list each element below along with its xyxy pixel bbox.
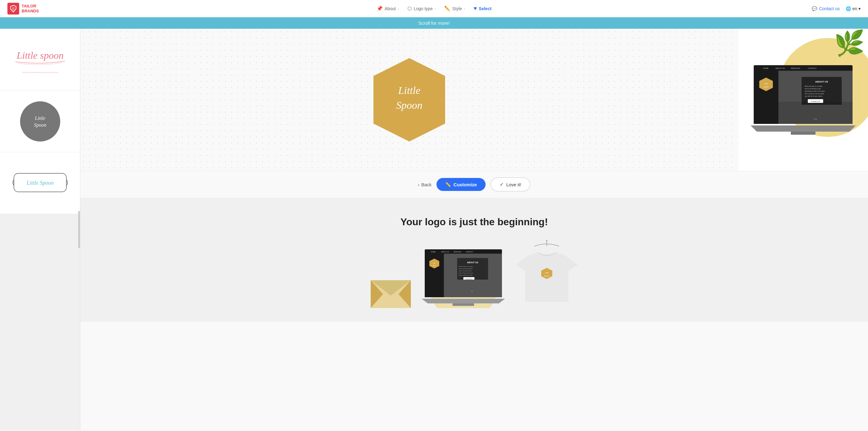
logo-sidebar: Little spoon Little Spoon xyxy=(0,29,80,430)
navbar: TAILOR BRANDS 📌 About › ⬡ Logo type › ✏️… xyxy=(0,0,868,17)
svg-text:Little: Little xyxy=(398,85,421,96)
badge-outline-svg: Little Spoon xyxy=(12,170,68,195)
svg-text:Little: Little xyxy=(545,272,549,274)
scroll-banner-text: Scroll for more! xyxy=(418,21,450,26)
nav-step-style[interactable]: ✏️ Style › xyxy=(440,4,469,13)
svg-text:Spoon: Spoon xyxy=(544,275,550,277)
right-mockup-area: 🌿 HOME ABOUT US SERVICES CONTACT xyxy=(738,29,868,171)
sidebar-logo-1[interactable]: Little spoon xyxy=(0,29,80,91)
logotype-icon: ⬡ xyxy=(407,6,412,11)
svg-text:work of our team. Get in: work of our team. Get in xyxy=(459,270,472,272)
sidebar-scrollbar[interactable] xyxy=(78,211,80,248)
envelope-svg xyxy=(371,280,411,308)
brand-name: TAILOR BRANDS xyxy=(22,4,39,13)
svg-text:Spoon: Spoon xyxy=(432,265,436,266)
svg-text:thanks to the tremendous: thanks to the tremendous xyxy=(459,268,473,269)
lang-chevron-icon: ▾ xyxy=(859,6,861,11)
svg-text:tremendous work of our team.: tremendous work of our team. xyxy=(805,90,825,92)
beginning-section: Your logo is just the beginning! xyxy=(80,198,868,321)
back-button[interactable]: ‹ Back xyxy=(418,182,432,187)
svg-text:Contact Us: Contact Us xyxy=(466,278,472,280)
nav-steps: 📌 About › ⬡ Logo type › ✏️ Style › ♥ Sel… xyxy=(373,4,495,13)
nav-step-logotype[interactable]: ⬡ Logo type › xyxy=(404,4,439,13)
svg-text:Contact Us: Contact Us xyxy=(811,100,820,102)
svg-text:f  𝕏: f 𝕏 xyxy=(814,118,817,121)
globe-icon: 🌐 xyxy=(846,6,851,11)
language-selector[interactable]: 🌐 en ▾ xyxy=(846,6,861,11)
svg-text:Spoon: Spoon xyxy=(34,122,46,128)
svg-text:Get in touch so we can help: Get in touch so we can help xyxy=(805,93,824,95)
chevron-about: › xyxy=(398,7,399,10)
svg-text:HOME: HOME xyxy=(763,67,769,69)
laptop-small-svg: HOME ABOUT US SERVICES CONTACT Little Sp… xyxy=(420,246,506,308)
laptop-svg: HOME ABOUT US SERVICES CONTACT Little Sp… xyxy=(751,62,856,136)
svg-text:ABOUT US: ABOUT US xyxy=(775,67,785,69)
svg-text:CONTACT: CONTACT xyxy=(808,67,817,69)
customize-button[interactable]: ✏️ Customize xyxy=(436,178,486,191)
page-layout: Little spoon Little Spoon xyxy=(0,29,868,430)
svg-text:SERVICES: SERVICES xyxy=(454,251,462,253)
svg-text:ABOUT US: ABOUT US xyxy=(815,80,828,83)
svg-text:We're the best in our field: We're the best in our field xyxy=(459,266,473,267)
svg-text:you with all of your needs.: you with all of your needs. xyxy=(805,95,823,97)
plant-decoration: 🌿 xyxy=(834,29,865,58)
contact-icon: 💬 xyxy=(812,6,817,11)
svg-rect-60 xyxy=(453,303,474,306)
laptop-mockup: HOME ABOUT US SERVICES CONTACT Little Sp… xyxy=(751,62,856,137)
hex-logo-svg: Little Spoon xyxy=(372,57,446,143)
shirt-mockup: Little Spoon xyxy=(516,240,578,309)
beginning-mockups: HOME ABOUT US SERVICES CONTACT Little Sp… xyxy=(93,240,856,309)
svg-marker-59 xyxy=(422,299,505,303)
logo-circle-text: Little Spoon xyxy=(23,111,57,132)
svg-marker-31 xyxy=(751,125,856,132)
about-icon: 📌 xyxy=(376,6,383,11)
shirt-svg: Little Spoon xyxy=(516,240,578,308)
nav-right: 💬 Contact us 🌐 en ▾ xyxy=(812,6,861,11)
center-logo-preview: Little Spoon xyxy=(80,29,738,171)
logo-script-pink: Little spoon xyxy=(9,43,71,75)
svg-rect-32 xyxy=(791,132,815,135)
sidebar-logo-2[interactable]: Little Spoon xyxy=(0,91,80,152)
envelope-mockup xyxy=(371,280,411,309)
hex-logo: Little Spoon xyxy=(372,57,446,143)
contact-us-button[interactable]: 💬 Contact us xyxy=(812,6,840,11)
svg-text:We're the best in our field,: We're the best in our field, xyxy=(805,85,823,87)
logo-circle-dark: Little Spoon xyxy=(20,101,60,142)
svg-text:and it's all thanks to the: and it's all thanks to the xyxy=(805,88,821,90)
tailor-brands-icon xyxy=(7,3,19,14)
main-area: Little Spoon 🌿 HOME xyxy=(80,29,868,430)
svg-text:SERVICES: SERVICES xyxy=(791,67,800,69)
chevron-logotype: › xyxy=(435,7,436,10)
brand-logo[interactable]: TAILOR BRANDS xyxy=(7,3,39,14)
svg-text:Little: Little xyxy=(764,83,768,85)
action-bar: ‹ Back ✏️ Customize ✓ Love it! xyxy=(80,171,868,198)
sidebar-logo-3[interactable]: Little Spoon xyxy=(0,152,80,214)
svg-text:help you with your needs.: help you with your needs. xyxy=(459,274,473,276)
customize-icon: ✏️ xyxy=(445,182,451,187)
svg-text:Little spoon: Little spoon xyxy=(16,50,63,61)
circle-logo-svg: Little Spoon xyxy=(23,111,57,130)
svg-point-62 xyxy=(546,240,548,241)
style-icon: ✏️ xyxy=(444,6,451,11)
scroll-banner: Scroll for more! xyxy=(0,17,868,29)
svg-text:Little Spoon: Little Spoon xyxy=(26,180,54,186)
svg-text:Little: Little xyxy=(35,116,45,121)
back-chevron-icon: ‹ xyxy=(418,182,420,187)
laptop-mockup-small: HOME ABOUT US SERVICES CONTACT Little Sp… xyxy=(420,246,506,309)
svg-text:touch to learn how we can: touch to learn how we can xyxy=(459,272,473,274)
svg-text:ABOUT US: ABOUT US xyxy=(467,261,478,264)
svg-text:Spoon: Spoon xyxy=(763,86,769,88)
nav-step-select[interactable]: ♥ Select xyxy=(470,4,495,13)
script-pink-svg: Little spoon xyxy=(9,43,71,68)
checkmark-icon: ✓ xyxy=(500,182,504,187)
svg-text:f  𝕏: f 𝕏 xyxy=(471,290,473,292)
nav-step-about[interactable]: 📌 About › xyxy=(373,4,402,13)
svg-rect-10 xyxy=(754,65,852,71)
logo-preview-section: Little Spoon 🌿 HOME xyxy=(80,29,868,171)
heart-icon: ♥ xyxy=(473,5,477,12)
beginning-title: Your logo is just the beginning! xyxy=(93,216,856,228)
chevron-style: › xyxy=(464,7,465,10)
logo-badge-outline: Little Spoon xyxy=(12,170,68,196)
love-it-button[interactable]: ✓ Love it! xyxy=(491,177,530,191)
svg-text:Spoon: Spoon xyxy=(396,99,423,111)
